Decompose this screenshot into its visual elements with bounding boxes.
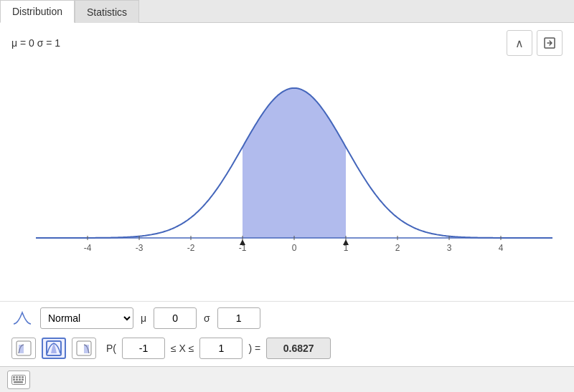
distribution-select[interactable]: Normal Uniform Exponential Binomial — [40, 307, 133, 329]
prob-operator-label: ≤ X ≤ — [171, 343, 194, 354]
controls-row: Normal Uniform Exponential Binomial μ σ — [0, 301, 574, 335]
sigma-param-label: σ — [204, 312, 210, 324]
header-icons: ∧ — [507, 30, 563, 56]
svg-rect-15 — [14, 381, 23, 383]
svg-rect-7 — [13, 376, 15, 378]
left-tail-button[interactable] — [11, 338, 36, 359]
tab-distribution[interactable]: Distribution — [0, 0, 75, 23]
export-icon-button[interactable] — [537, 30, 563, 56]
lower-bound-input[interactable] — [122, 338, 165, 359]
svg-rect-11 — [13, 378, 15, 381]
distribution-icon — [11, 307, 33, 329]
svg-rect-14 — [22, 378, 24, 381]
upper-bound-input[interactable] — [199, 338, 243, 359]
bottom-bar — [0, 366, 574, 392]
right-tail-button[interactable] — [72, 338, 96, 359]
mu-sigma-label: μ = 0 σ = 1 — [11, 37, 60, 49]
tab-statistics[interactable]: Statistics — [75, 0, 139, 23]
prob-close-paren: ) = — [248, 343, 260, 354]
svg-rect-9 — [19, 376, 21, 378]
mu-param-label: μ — [141, 312, 146, 324]
main-content: μ = 0 σ = 1 ∧ — [0, 23, 574, 366]
chart-area — [7, 59, 567, 301]
wave-icon-button[interactable]: ∧ — [507, 30, 532, 56]
svg-rect-13 — [19, 378, 21, 381]
svg-rect-8 — [16, 376, 18, 378]
probability-row: P( ≤ X ≤ ) = 0.6827 — [0, 335, 574, 366]
mu-input[interactable] — [154, 307, 197, 329]
keyboard-button[interactable] — [7, 371, 30, 389]
tab-bar: Distribution Statistics — [0, 0, 574, 23]
probability-result: 0.6827 — [266, 338, 331, 359]
svg-rect-12 — [16, 378, 18, 381]
p-open-label: P( — [106, 343, 116, 354]
svg-rect-10 — [22, 376, 24, 378]
center-region-button[interactable] — [42, 338, 66, 359]
app-container: Distribution Statistics μ = 0 σ = 1 ∧ — [0, 0, 574, 392]
chart-header: μ = 0 σ = 1 ∧ — [0, 23, 574, 59]
svg-rect-5 — [84, 345, 89, 353]
sigma-input[interactable] — [217, 307, 260, 329]
svg-rect-2 — [19, 345, 24, 353]
